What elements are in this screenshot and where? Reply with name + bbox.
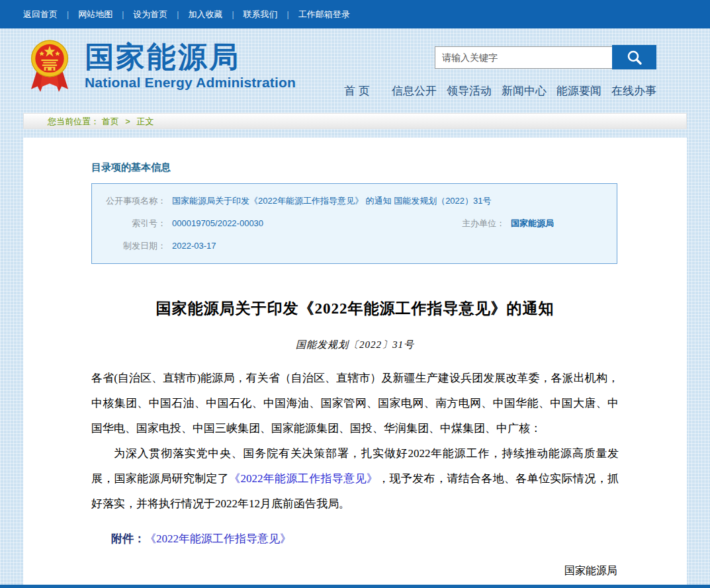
- breadcrumb-current: 正文: [136, 116, 154, 126]
- national-emblem-icon: [26, 35, 73, 96]
- brand-text: 国家能源局 National Energy Administration: [85, 40, 296, 91]
- info-row-index-org: 索引号： 000019705/2022-00030 主办单位： 国家能源局: [92, 212, 617, 235]
- breadcrumb-separator: >: [125, 116, 130, 126]
- info-date-label: 制发日期：: [92, 235, 166, 257]
- site-logo[interactable]: 国家能源局 National Energy Administration: [26, 35, 296, 96]
- topbar-link-sitemap[interactable]: 网站地图: [69, 9, 122, 21]
- topbar-link-contact[interactable]: 联系我们: [234, 9, 287, 21]
- nav-news-center[interactable]: 新闻中心: [502, 83, 547, 99]
- breadcrumb-label: 您当前位置：: [48, 116, 99, 126]
- info-name-label: 公开事项名称：: [92, 190, 166, 212]
- breadcrumb: 您当前位置： 首页 > 正文: [23, 113, 687, 129]
- attachment-link[interactable]: 《2022年能源工作指导意见》: [145, 532, 291, 545]
- article-paragraph-recipients: 各省(自治区、直辖市)能源局，有关省（自治区、直辖市）及新疆生产建设兵团发展改革…: [91, 366, 619, 441]
- topbar: 返回首页| 网站地图| 设为首页| 加入收藏| 联系我们| 工作邮箱登录: [0, 0, 710, 28]
- info-org-label: 主办单位：: [457, 212, 505, 235]
- nav-info-disclosure[interactable]: 信息公开: [392, 83, 437, 99]
- info-name-value: 国家能源局关于印发《2022年能源工作指导意见》 的通知 国能发规划（2022）…: [166, 190, 617, 212]
- main-nav: 首 页 信息公开 领导活动 新闻中心 能源要闻 在线办事: [435, 83, 656, 99]
- nav-online-service[interactable]: 在线办事: [611, 83, 656, 99]
- info-row-date: 制发日期： 2022-03-17: [92, 235, 617, 257]
- site-title: 国家能源局: [85, 40, 296, 74]
- topbar-link-set-homepage[interactable]: 设为首页: [124, 9, 177, 21]
- topbar-link-mail-login[interactable]: 工作邮箱登录: [289, 9, 359, 21]
- topbar-link-home[interactable]: 返回首页: [23, 9, 67, 21]
- info-table: 公开事项名称： 国家能源局关于印发《2022年能源工作指导意见》 的通知 国能发…: [91, 183, 617, 264]
- info-index-value: 000019705/2022-00030: [166, 212, 457, 235]
- article-paragraph-main: 为深入贯彻落实党中央、国务院有关决策部署，扎实做好2022年能源工作，持续推动能…: [91, 441, 619, 517]
- signature-organization: 国家能源局: [23, 564, 687, 578]
- info-org-value: 国家能源局: [505, 212, 617, 235]
- nav-energy-news[interactable]: 能源要闻: [556, 83, 601, 99]
- search-button[interactable]: [612, 45, 656, 69]
- search-bar: [435, 45, 656, 69]
- site-header: 国家能源局 National Energy Administration 首 页…: [0, 28, 710, 111]
- info-row-name: 公开事项名称： 国家能源局关于印发《2022年能源工作指导意见》 的通知 国能发…: [92, 190, 617, 212]
- footer-bar: [0, 585, 710, 588]
- main-content: 目录项的基本信息 公开事项名称： 国家能源局关于印发《2022年能源工作指导意见…: [23, 138, 687, 585]
- nav-leadership[interactable]: 领导活动: [447, 83, 492, 99]
- info-date-value: 2022-03-17: [166, 235, 617, 257]
- document-number: 国能发规划〔2022〕31号: [23, 339, 687, 351]
- search-icon: [626, 49, 643, 66]
- attachment-label: 附件：: [111, 532, 145, 545]
- header-right: 首 页 信息公开 领导活动 新闻中心 能源要闻 在线办事: [435, 45, 656, 99]
- breadcrumb-home-link[interactable]: 首页: [102, 116, 119, 126]
- nav-home[interactable]: 首 页: [344, 83, 370, 99]
- info-section-heading: 目录项的基本信息: [91, 161, 687, 174]
- site-subtitle: National Energy Administration: [85, 74, 296, 91]
- article-title: 国家能源局关于印发《2022年能源工作指导意见》的通知: [23, 298, 687, 319]
- info-index-label: 索引号：: [92, 212, 166, 235]
- guidance-document-link[interactable]: 《2022年能源工作指导意见》: [229, 472, 378, 485]
- attachment-line: 附件：《2022年能源工作指导意见》: [111, 528, 619, 550]
- search-input[interactable]: [435, 46, 612, 69]
- topbar-link-favorites[interactable]: 加入收藏: [179, 9, 232, 21]
